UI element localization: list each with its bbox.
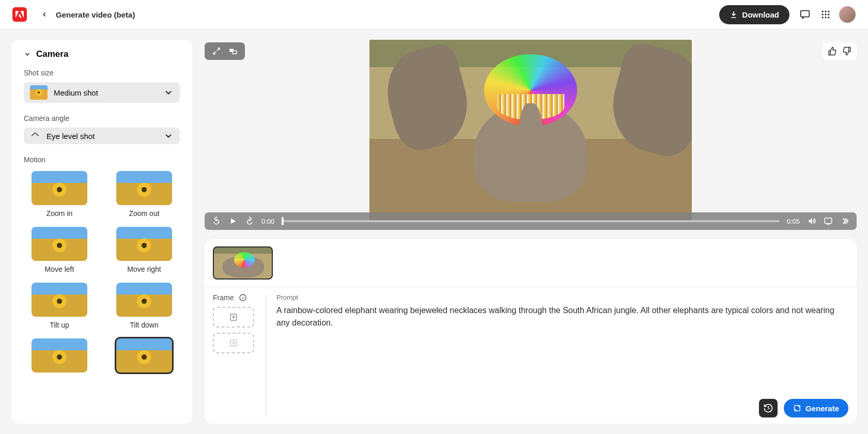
video-playback-bar: 0:00 0:05 [205, 212, 857, 230]
svg-rect-12 [825, 218, 832, 224]
expand-button[interactable] [212, 47, 221, 56]
history-icon [763, 403, 773, 413]
video-frame[interactable] [369, 40, 692, 221]
motion-zoom-out[interactable]: Zoom out [109, 171, 180, 218]
page-title: Generate video (beta) [56, 10, 135, 19]
shot-size-dropdown[interactable]: Medium shot [24, 82, 180, 103]
svg-point-9 [828, 17, 829, 18]
sidebar-section-toggle[interactable]: Camera [24, 49, 180, 59]
shot-size-thumb [30, 85, 48, 100]
chevron-down-icon [163, 87, 174, 98]
current-time: 0:00 [261, 218, 274, 225]
duration-time: 0:05 [787, 218, 800, 225]
divider [266, 293, 266, 415]
prompt-panel: Frame Prompt A rainbow-colored elephant … [205, 239, 857, 424]
generate-icon [793, 404, 801, 412]
camera-angle-dropdown[interactable]: Eye level shot [24, 128, 180, 144]
motion-tilt-up[interactable]: Tilt up [24, 283, 95, 329]
prompt-column: Prompt A rainbow-colored elephant wearin… [276, 293, 848, 415]
generate-button-label: Generate [805, 404, 839, 413]
info-icon[interactable] [239, 293, 247, 302]
motion-move-right[interactable]: Move right [109, 227, 180, 273]
motion-option-7[interactable] [24, 338, 95, 377]
volume-button[interactable] [807, 216, 816, 226]
camera-angle-label: Camera angle [24, 114, 180, 122]
motion-tilt-down[interactable]: Tilt down [109, 283, 180, 329]
more-button[interactable] [840, 216, 849, 226]
first-frame-slot[interactable] [213, 307, 254, 328]
thumbs-up-button[interactable] [828, 47, 837, 56]
app-header: Generate video (beta) Download [0, 0, 868, 29]
download-button[interactable]: Download [719, 5, 789, 24]
feedback-controls [823, 42, 857, 60]
download-button-label: Download [742, 10, 779, 19]
svg-point-5 [825, 13, 826, 15]
frame-column: Frame [213, 293, 255, 415]
motion-move-left[interactable]: Move left [24, 227, 95, 273]
svg-point-3 [828, 11, 829, 12]
history-button[interactable] [759, 399, 778, 417]
svg-point-7 [822, 17, 824, 18]
svg-point-2 [825, 11, 826, 12]
shot-size-value: Medium shot [54, 88, 157, 97]
svg-rect-0 [801, 11, 810, 17]
prompt-text[interactable]: A rainbow-colored elephant wearing bejew… [276, 304, 848, 329]
angle-icon [30, 131, 40, 141]
progress-bar[interactable] [282, 220, 779, 222]
skip-forward-button[interactable] [245, 216, 254, 226]
chevron-down-icon [163, 131, 174, 141]
video-view-controls [205, 42, 245, 60]
upload-icon [229, 313, 238, 322]
chevron-left-icon [41, 11, 48, 18]
play-button[interactable] [228, 216, 238, 226]
svg-point-1 [822, 11, 824, 12]
timeline-row [205, 239, 857, 287]
chevron-down-icon [24, 51, 31, 58]
motion-grid: Zoom in Zoom out Move left Move right Ti… [24, 171, 180, 377]
skip-back-button[interactable] [212, 216, 221, 226]
shot-size-label: Shot size [24, 69, 180, 77]
adobe-logo-icon [16, 10, 24, 19]
thumbs-down-button[interactable] [842, 47, 851, 56]
motion-zoom-in[interactable]: Zoom in [24, 171, 95, 218]
svg-point-6 [828, 13, 829, 15]
generate-button[interactable]: Generate [784, 399, 848, 417]
camera-sidebar: Camera Shot size Medium shot Camera angl… [11, 40, 192, 424]
download-icon [730, 10, 738, 19]
apps-grid-icon [820, 9, 831, 20]
video-preview-area: 0:00 0:05 [205, 40, 857, 230]
comment-icon [799, 9, 811, 20]
main-area: 0:00 0:05 Frame [205, 40, 857, 424]
back-button[interactable] [37, 7, 52, 22]
svg-point-4 [822, 13, 824, 15]
camera-angle-value: Eye level shot [47, 132, 157, 141]
frame-label: Frame [213, 293, 234, 302]
last-frame-slot[interactable] [213, 333, 254, 353]
upload-icon [229, 338, 238, 348]
motion-label: Motion [24, 156, 180, 164]
motion-option-8[interactable] [109, 338, 180, 377]
sidebar-title: Camera [36, 49, 68, 59]
timeline-thumbnail[interactable] [213, 246, 273, 280]
svg-point-8 [825, 17, 826, 18]
user-avatar[interactable] [839, 6, 856, 23]
cast-button[interactable] [824, 216, 833, 226]
prompt-label: Prompt [276, 293, 848, 301]
comment-button[interactable] [798, 7, 812, 22]
apps-button[interactable] [818, 7, 833, 22]
compare-button[interactable] [228, 47, 238, 56]
adobe-logo[interactable] [12, 7, 27, 22]
